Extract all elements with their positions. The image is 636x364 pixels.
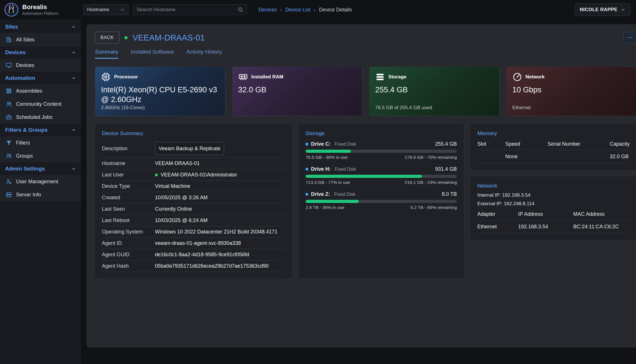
metric-card-header: Storage bbox=[375, 72, 494, 82]
drive-stats: 76.5 GB - 30% in use 178.8 GB - 70% rema… bbox=[306, 155, 457, 160]
online-status-dot bbox=[124, 36, 128, 39]
external-ip: External IP: 162.248.8.114 bbox=[477, 201, 630, 207]
row-label: Last User bbox=[102, 172, 155, 178]
sidebar-section-filters-groups[interactable]: Filters & Groups bbox=[0, 124, 81, 136]
column-header: Slot bbox=[477, 141, 503, 147]
sidebar-section-automation[interactable]: Automation bbox=[0, 72, 81, 84]
summary-row-agent-guid: Agent GUID de16c0c1-8aa2-4d18-9585-9ce91… bbox=[102, 249, 285, 261]
back-button[interactable]: BACK bbox=[95, 32, 119, 44]
summary-row-device-type: Device Type Virtual Machine bbox=[102, 181, 285, 192]
search-box[interactable] bbox=[133, 4, 247, 15]
column-header: Capacity bbox=[610, 141, 630, 147]
memory-card: Memory Slot Speed Serial Number Capacity… bbox=[471, 124, 636, 170]
sidebar-item-label: All Sites bbox=[16, 37, 35, 43]
chevron-down-icon bbox=[120, 7, 125, 12]
sidebar: Sites All Sites Devices Devices Automati… bbox=[0, 19, 81, 364]
ram-icon bbox=[238, 72, 248, 82]
memory-capacity: 32.0 GB bbox=[610, 154, 630, 160]
funnel-icon bbox=[6, 140, 12, 146]
row-label: Agent ID bbox=[102, 240, 155, 246]
chevron-up-icon bbox=[71, 25, 76, 29]
metric-footer: Ethernet bbox=[512, 105, 631, 111]
section-label: Filters & Groups bbox=[5, 127, 48, 133]
adapter-name: Ethernet bbox=[477, 224, 516, 230]
breadcrumb-device-list[interactable]: Device List bbox=[285, 7, 310, 13]
section-label: Sites bbox=[5, 24, 18, 30]
sidebar-item-community-content[interactable]: Community Content bbox=[0, 97, 81, 111]
breadcrumb-current: Device Details bbox=[319, 7, 352, 13]
metric-card-storage: Storage 255.4 GB 76.5 GB of 255.4 GB use… bbox=[369, 67, 500, 116]
drive-remaining: 5.2 TB - 65% remaining bbox=[410, 205, 457, 210]
user-gear-icon bbox=[6, 178, 12, 185]
user-menu[interactable]: NICOLE RAPPE bbox=[575, 3, 630, 16]
row-value: Windows 10 2022 Datacenter 21H2 Build 20… bbox=[155, 229, 277, 235]
metric-value: Intel(R) Xeon(R) CPU E5-2690 v3 @ 2.60GH… bbox=[101, 85, 219, 105]
row-label: Operating System bbox=[102, 229, 155, 235]
search-icon[interactable] bbox=[238, 7, 243, 13]
drive-used: 2.8 TB - 35% in use bbox=[306, 205, 344, 210]
description-input[interactable] bbox=[155, 142, 224, 155]
drive-remaining: 218.1 GB - 23% remaining bbox=[405, 180, 457, 185]
sidebar-item-all-sites[interactable]: All Sites bbox=[0, 33, 81, 46]
drive-header: Drive H: Fixed Disk 931.4 GB bbox=[306, 166, 457, 172]
column-header: MAC Address bbox=[573, 211, 630, 217]
sidebar-item-scheduled-jobs[interactable]: Scheduled Jobs bbox=[0, 111, 81, 124]
column-header: IP Address bbox=[518, 211, 571, 217]
row-value: Virtual Machine bbox=[155, 183, 190, 189]
metric-card-network: Network 10 Gbps Ethernet bbox=[506, 67, 636, 116]
drive-size: 255.4 GB bbox=[435, 141, 457, 147]
drive-size: 931.4 GB bbox=[435, 166, 457, 172]
chevron-up-icon bbox=[71, 128, 76, 132]
chevron-up-icon bbox=[71, 76, 76, 80]
sidebar-item-devices[interactable]: Devices bbox=[0, 59, 81, 72]
tab-activity-history[interactable]: Activity History bbox=[186, 49, 222, 59]
tab-installed-software[interactable]: Installed Software bbox=[131, 49, 174, 59]
drive-header: Drive C: Fixed Disk 255.4 GB bbox=[306, 141, 457, 147]
drive-type: Fixed Disk bbox=[335, 167, 356, 172]
storage-stack-icon bbox=[375, 72, 385, 82]
grid-icon bbox=[6, 88, 12, 94]
hostname-filter-dropdown[interactable]: Hostname bbox=[83, 4, 128, 15]
metric-title: Installed RAM bbox=[251, 74, 283, 80]
gauge-icon bbox=[512, 72, 522, 82]
drive-type: Fixed Disk bbox=[335, 142, 356, 147]
summary-row-last-seen: Last Seen Currently Online bbox=[102, 204, 285, 215]
row-label: Last Reboot bbox=[102, 217, 155, 223]
sidebar-item-server-info[interactable]: Server Info bbox=[0, 188, 81, 201]
device-details-panel: BACK VEEAM-DRAAS-01 Summary Installed So… bbox=[86, 24, 636, 347]
search-input[interactable] bbox=[137, 7, 238, 13]
sidebar-item-assemblies[interactable]: Assemblies bbox=[0, 84, 81, 97]
memory-table-row: None 32.0 GB bbox=[477, 150, 630, 163]
sidebar-item-label: Community Content bbox=[16, 101, 61, 107]
sidebar-item-user-management[interactable]: User Management bbox=[0, 175, 81, 188]
row-value: 05ba0e7935171d626ecea29b27d7ae175363cd90 bbox=[155, 263, 268, 269]
network-title: Network bbox=[477, 183, 630, 189]
tab-summary[interactable]: Summary bbox=[95, 49, 118, 59]
sidebar-section-sites[interactable]: Sites bbox=[0, 21, 81, 33]
metric-value: 255.4 GB bbox=[375, 85, 494, 95]
summary-row-agent-id: Agent ID veeam-draas-01-agent-svc-8930a3… bbox=[102, 238, 285, 249]
metric-title: Network bbox=[526, 74, 545, 80]
sidebar-item-label: User Management bbox=[16, 179, 58, 185]
row-label: Created bbox=[102, 195, 155, 201]
detail-cards: Device Summary Description Hostname VEEA… bbox=[95, 124, 636, 278]
more-actions-button[interactable] bbox=[623, 32, 636, 43]
drive-name: Drive C: bbox=[311, 141, 331, 147]
network-card: Network Internal IP: 192.168.3.54 Extern… bbox=[471, 176, 636, 240]
user-name: NICOLE RAPPE bbox=[580, 7, 617, 13]
drive-usage-fill bbox=[306, 175, 422, 178]
sidebar-item-filters[interactable]: Filters bbox=[0, 136, 81, 149]
sidebar-item-label: Filters bbox=[16, 140, 30, 146]
breadcrumb-devices[interactable]: Devices bbox=[259, 7, 277, 13]
sidebar-section-devices[interactable]: Devices bbox=[0, 46, 81, 59]
memory-table-header: Slot Speed Serial Number Capacity bbox=[477, 141, 630, 150]
row-value: Currently Online bbox=[155, 206, 192, 212]
sidebar-item-label: Scheduled Jobs bbox=[16, 114, 53, 120]
sidebar-item-groups[interactable]: Groups bbox=[0, 149, 81, 162]
internal-ip: Internal IP: 192.168.3.54 bbox=[477, 192, 630, 198]
device-summary-table: Description Hostname VEEAM-DRAAS-01 Last… bbox=[102, 139, 285, 272]
sidebar-section-admin-settings[interactable]: Admin Settings bbox=[0, 162, 81, 175]
metric-card-installed-ram: Installed RAM 32.0 GB bbox=[232, 67, 363, 116]
cpu-icon bbox=[101, 72, 111, 82]
ellipsis-icon bbox=[627, 35, 633, 40]
